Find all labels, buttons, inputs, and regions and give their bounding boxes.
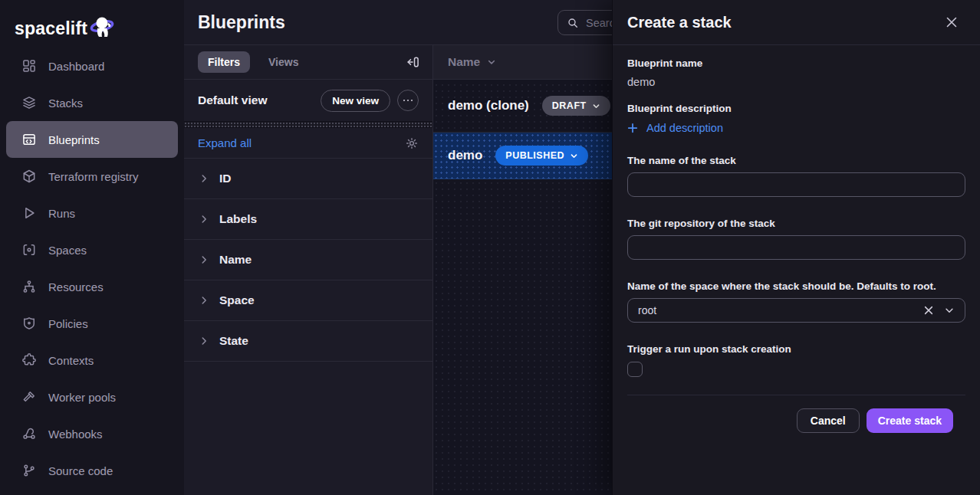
sidebar-item-label: Stacks <box>48 97 83 110</box>
create-stack-drawer: Create a stack Blueprint name demo Bluep… <box>612 0 980 495</box>
sidebar-item-label: Terraform registry <box>48 170 139 183</box>
filter-section-label: Space <box>219 293 255 307</box>
blueprint-name-value: demo <box>627 76 965 88</box>
plus-icon <box>627 123 638 133</box>
expand-all-link[interactable]: Expand all <box>198 136 252 149</box>
sidebar-item-label: Source code <box>48 464 113 477</box>
stack-name-label: The name of the stack <box>627 155 965 166</box>
chevron-right-icon <box>199 214 209 225</box>
create-stack-button[interactable]: Create stack <box>867 408 953 433</box>
chevron-right-icon <box>199 254 209 265</box>
dotted-divider <box>184 121 432 128</box>
collapse-panel-icon[interactable] <box>404 54 421 70</box>
dashboard-icon <box>21 58 37 74</box>
chevron-right-icon <box>199 295 209 306</box>
filter-section-space[interactable]: Space <box>184 280 432 321</box>
blueprint-name-label: Blueprint name <box>627 57 965 69</box>
cancel-button[interactable]: Cancel <box>797 408 860 433</box>
view-name: Default view <box>198 93 321 107</box>
blueprints-icon <box>21 132 37 147</box>
repo-input[interactable] <box>627 235 965 260</box>
blueprint-name: demo <box>448 148 482 163</box>
sidebar-item-blueprints[interactable]: Blueprints <box>6 121 178 158</box>
close-icon[interactable] <box>942 13 961 31</box>
stack-name-input[interactable] <box>627 172 965 197</box>
sidebar-item-dashboard[interactable]: Dashboard <box>6 48 178 84</box>
page-title: Blueprints <box>198 12 285 33</box>
sidebar-item-label: Blueprints <box>48 133 100 146</box>
name-column-label: Name <box>448 55 480 69</box>
spaces-icon <box>21 242 37 257</box>
filter-section-id[interactable]: ID <box>184 159 432 199</box>
drawer-body: Blueprint name demo Blueprint descriptio… <box>613 45 980 433</box>
tab-filters[interactable]: Filters <box>198 51 250 73</box>
logo-text: spacelift <box>15 20 87 40</box>
drawer-title: Create a stack <box>627 14 732 31</box>
blueprint-description-label: Blueprint description <box>627 103 965 114</box>
more-options-button[interactable] <box>397 90 419 111</box>
badge-label: PUBLISHED <box>505 150 564 161</box>
chevron-down-icon <box>570 152 578 160</box>
new-view-button[interactable]: New view <box>321 90 390 112</box>
chevron-right-icon <box>199 336 209 346</box>
chevron-right-icon <box>199 173 209 184</box>
spacelift-logo[interactable]: spacelift <box>0 0 184 48</box>
space-select[interactable]: root <box>627 298 965 323</box>
filter-section-label: ID <box>219 172 232 185</box>
clear-icon[interactable] <box>923 305 934 316</box>
sidebar-item-webhooks[interactable]: Webhooks <box>6 415 178 452</box>
package-icon <box>21 169 37 184</box>
repo-label: The git repository of the stack <box>627 218 965 229</box>
sidebar-item-spaces[interactable]: Spaces <box>6 231 178 268</box>
status-badge-published[interactable]: PUBLISHED <box>495 146 588 166</box>
sidebar-item-worker-pools[interactable]: Worker pools <box>6 379 178 415</box>
sidebar-item-label: Spaces <box>48 244 87 257</box>
sidebar-item-label: Webhooks <box>48 428 103 441</box>
filter-section-state[interactable]: State <box>184 321 432 362</box>
sidebar-item-source-code[interactable]: Source code <box>6 452 178 489</box>
view-row: Default view New view <box>184 80 432 121</box>
trigger-run-checkbox[interactable] <box>627 362 643 377</box>
chevron-down-icon <box>487 57 496 67</box>
chevron-down-icon <box>592 102 600 110</box>
sidebar-item-terraform-registry[interactable]: Terraform registry <box>6 158 178 195</box>
badge-label: DRAFT <box>552 100 587 111</box>
git-branch-icon <box>21 463 37 478</box>
drawer-header: Create a stack <box>613 0 980 45</box>
filter-section-name[interactable]: Name <box>184 240 432 280</box>
search-icon <box>567 17 579 29</box>
sidebar-item-resources[interactable]: Resources <box>6 268 178 305</box>
gear-icon[interactable] <box>405 136 419 150</box>
app-root: spacelift Dashboard <box>0 0 980 495</box>
add-description-label: Add description <box>646 122 723 134</box>
sidebar: spacelift Dashboard <box>0 0 184 495</box>
filter-section-label: Name <box>219 253 252 267</box>
sidebar-item-label: Worker pools <box>48 391 116 404</box>
stacks-icon <box>21 95 37 110</box>
hierarchy-icon <box>21 279 37 294</box>
sidebar-item-policies[interactable]: Policies <box>6 305 178 342</box>
trigger-run-label: Trigger a run upon stack creation <box>627 343 965 355</box>
expand-all-row: Expand all <box>184 128 432 159</box>
sidebar-item-label: Policies <box>48 317 88 330</box>
sidebar-item-contexts[interactable]: Contexts <box>6 342 178 379</box>
spacelift-mascot-icon <box>89 14 117 40</box>
add-description-link[interactable]: Add description <box>627 122 723 134</box>
sidebar-item-label: Resources <box>48 280 104 293</box>
status-badge-draft[interactable]: DRAFT <box>542 96 610 116</box>
sidebar-item-runs[interactable]: Runs <box>6 195 178 231</box>
space-label: Name of the space where the stack should… <box>627 280 965 292</box>
chevron-down-icon[interactable] <box>944 305 955 316</box>
hammer-icon <box>21 389 37 405</box>
shield-icon <box>21 316 37 331</box>
sidebar-item-stacks[interactable]: Stacks <box>6 84 178 121</box>
filter-section-labels[interactable]: Labels <box>184 199 432 240</box>
play-icon <box>21 205 37 221</box>
filter-section-label: State <box>219 334 248 348</box>
sidebar-item-label: Runs <box>48 207 75 220</box>
filters-panel: Filters Views Default view New view Expa… <box>184 45 433 495</box>
sidebar-item-label: Contexts <box>48 354 94 367</box>
tab-views[interactable]: Views <box>268 56 298 68</box>
sidebar-nav: Dashboard Stacks Blueprints Terraform re… <box>0 48 184 489</box>
space-select-value: root <box>638 304 913 316</box>
